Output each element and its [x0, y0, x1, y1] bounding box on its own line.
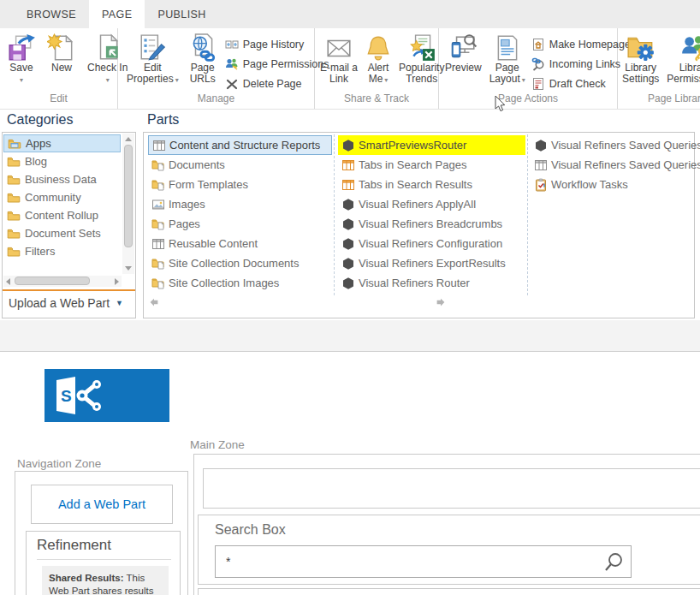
tab-publish[interactable]: PUBLISH	[145, 0, 218, 28]
email-link-button[interactable]: E-mail a Link	[318, 33, 359, 86]
scroll-left-arrow-icon[interactable]	[6, 278, 10, 285]
category-item-blog[interactable]: Blog	[3, 152, 121, 170]
dropdown-caret-icon: ▾	[106, 76, 110, 84]
arrow-right-icon	[435, 296, 447, 311]
part-item-visual-refiners-applyall[interactable]: Visual Refiners ApplyAll	[338, 194, 525, 214]
dropdown-caret-icon: ▾	[384, 76, 388, 84]
cursor-arrow-icon	[495, 101, 507, 116]
group-label-page-library: Page Library	[618, 92, 700, 104]
tab-page[interactable]: PAGE	[89, 0, 145, 28]
library-permissions-button[interactable]: Library Permissions	[665, 33, 700, 86]
upload-web-part-link[interactable]: Upload a Web Part ▼	[9, 296, 123, 310]
folder-icon	[7, 191, 21, 205]
category-item-community[interactable]: Community	[3, 188, 121, 206]
draft-check-button[interactable]: Draft Check	[531, 77, 631, 91]
scroll-up-arrow-icon[interactable]	[125, 137, 132, 141]
popularity-trends-icon	[407, 33, 436, 62]
categories-vertical-scrollbar[interactable]	[122, 134, 134, 274]
save-label: Save	[9, 62, 33, 74]
category-item-content-rollup[interactable]: Content Rollup	[3, 206, 121, 224]
mouse-cursor	[495, 95, 507, 113]
search-button[interactable]	[602, 551, 625, 574]
arrow-left-icon	[148, 296, 160, 311]
folder-icon	[7, 245, 21, 259]
table-icon	[152, 139, 166, 152]
page-history-button[interactable]: Page History	[225, 38, 329, 51]
categories-horizontal-scrollbar[interactable]	[3, 276, 122, 287]
refinement-title: Refinement	[37, 537, 171, 560]
upload-divider	[3, 289, 135, 291]
part-item-visual-refiners-exportresults[interactable]: Visual Refiners ExportResults	[338, 253, 525, 273]
new-button[interactable]: New	[45, 33, 78, 74]
web-part-hexagon-icon	[341, 139, 355, 152]
scroll-right-arrow-icon[interactable]	[115, 278, 119, 285]
part-item-site-collection-documents[interactable]: Site Collection Documents	[148, 253, 332, 273]
web-part-hexagon-icon	[341, 237, 355, 251]
table-icon	[151, 237, 165, 251]
part-item-visual-refiners-saved-queries-2[interactable]: Visual Refiners Saved Queries	[531, 155, 693, 175]
save-button[interactable]: Save ▾	[5, 33, 38, 85]
draft-check-icon	[531, 77, 545, 91]
sharepoint-page-edit-screen: { "tabs": { "browse": "BROWSE", "page": …	[0, 0, 700, 595]
make-homepage-button[interactable]: Make Homepage	[531, 38, 631, 51]
alert-me-button[interactable]: Alert Me▾	[362, 33, 394, 86]
part-item-tabs-in-search-results[interactable]: Tabs in Search Results	[338, 175, 525, 194]
new-label: New	[51, 62, 72, 74]
part-item-documents[interactable]: Documents	[148, 155, 332, 175]
scrollbar-thumb[interactable]	[15, 277, 90, 285]
folder-icon	[7, 227, 21, 241]
add-web-part-button[interactable]: Add a Web Part	[31, 485, 173, 524]
group-label-share-track: Share & Track	[315, 92, 438, 104]
scroll-down-arrow-icon[interactable]	[125, 266, 132, 271]
column-separator	[334, 134, 335, 295]
category-item-business-data[interactable]: Business Data	[3, 170, 121, 188]
part-item-site-collection-images[interactable]: Site Collection Images	[148, 273, 332, 293]
empty-web-part-placeholder[interactable]	[203, 468, 700, 509]
part-item-content-structure-reports[interactable]: Content and Structure Reports	[148, 135, 332, 155]
preview-button[interactable]: Preview	[443, 33, 483, 74]
part-item-tabs-in-search-pages[interactable]: Tabs in Search Pages	[338, 155, 525, 175]
delete-page-button[interactable]: Delete Page	[225, 77, 329, 91]
folder-icon	[7, 155, 21, 169]
ribbon-group-manage: Edit Properties▾ Page URLs Page History …	[118, 28, 315, 109]
category-item-filters[interactable]: Filters	[3, 242, 121, 260]
page-urls-button[interactable]: Page URLs	[187, 33, 219, 86]
group-label-page-actions: Page Actions	[439, 92, 617, 104]
parts-previous-page-arrow[interactable]	[148, 296, 160, 308]
sharepoint-logo: S	[44, 369, 169, 422]
parts-header: Parts	[147, 112, 179, 128]
part-item-visual-refiners-breadcrumbs[interactable]: Visual Refiners Breadcrumbs	[338, 214, 525, 234]
make-homepage-icon	[531, 38, 545, 51]
library-settings-button[interactable]: Library Settings	[620, 33, 661, 86]
table-icon	[534, 158, 548, 172]
category-item-document-sets[interactable]: Document Sets	[3, 224, 121, 242]
part-item-pages[interactable]: Pages	[148, 214, 332, 234]
main-zone-label: Main Zone	[190, 438, 245, 451]
page-layout-button[interactable]: Page Layout▾	[488, 33, 527, 86]
save-icon	[7, 33, 36, 62]
part-item-visual-refiners-saved-queries-1[interactable]: Visual Refiners Saved Queries	[531, 135, 693, 155]
new-page-icon	[47, 33, 76, 62]
part-item-form-templates[interactable]: Form Templates	[148, 175, 332, 194]
part-item-visual-refiners-configuration[interactable]: Visual Refiners Configuration	[338, 234, 525, 253]
part-item-reusable-content[interactable]: Reusable Content	[148, 234, 332, 253]
incoming-links-icon	[531, 57, 545, 71]
page-layout-icon	[493, 33, 522, 62]
part-item-workflow-tasks[interactable]: Workflow Tasks	[531, 175, 693, 194]
workflow-tasks-icon	[534, 178, 548, 192]
part-item-visual-refiners-router[interactable]: Visual Refiners Router	[338, 273, 525, 293]
category-item-apps[interactable]: Apps	[3, 134, 121, 152]
incoming-links-button[interactable]: Incoming Links	[531, 57, 631, 71]
image-icon	[151, 198, 165, 211]
page-history-icon	[225, 38, 239, 51]
search-input[interactable]	[215, 545, 632, 578]
email-link-icon	[324, 33, 353, 62]
parts-next-page-arrow[interactable]	[435, 296, 447, 308]
part-item-images[interactable]: Images	[148, 194, 332, 214]
part-item-smartpreviewsrouter[interactable]: SmartPreviewsRouter	[338, 135, 525, 155]
page-permissions-icon	[225, 57, 239, 71]
page-permissions-button[interactable]: Page Permissions	[225, 57, 329, 71]
scrollbar-thumb[interactable]	[124, 145, 133, 247]
tab-browse[interactable]: BROWSE	[14, 0, 89, 28]
edit-properties-button[interactable]: Edit Properties▾	[125, 33, 181, 86]
